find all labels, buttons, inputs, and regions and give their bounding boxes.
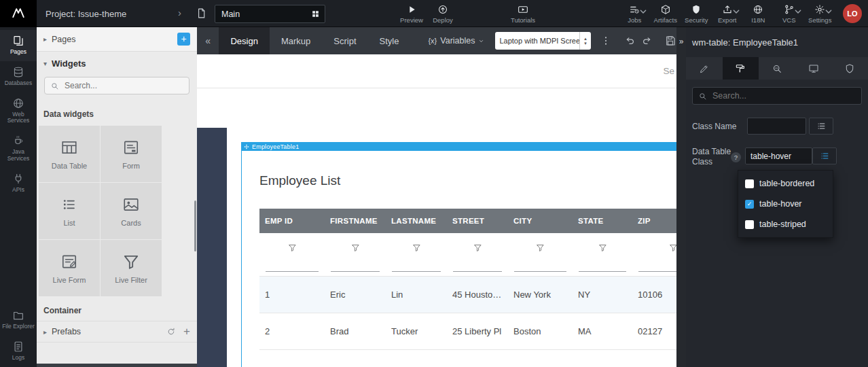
add-prefab-button[interactable]: +: [183, 327, 190, 336]
topbar-action-settings[interactable]: Settings: [805, 0, 836, 27]
live-filter-icon: [122, 253, 140, 270]
topbar-action-i18n[interactable]: I18N: [743, 0, 774, 27]
class-name-picker-button[interactable]: [809, 118, 833, 135]
table-filter-row: [259, 233, 676, 276]
table-row[interactable]: 1EricLin45 Housto…New YorkNY10106: [259, 276, 676, 313]
topbar-action-preview[interactable]: Preview: [396, 0, 427, 27]
collapse-right-panel-button[interactable]: »: [676, 37, 686, 46]
data-table-class-input[interactable]: [745, 147, 812, 164]
filter-cell-emp-id: [259, 233, 325, 276]
filter-input-zip[interactable]: [638, 261, 676, 272]
redo-button[interactable]: [641, 35, 653, 47]
help-badge[interactable]: ?: [731, 152, 741, 162]
table-row[interactable]: 2BradTucker25 Liberty PlBostonMA02127: [259, 313, 676, 349]
topbar-action-export[interactable]: Export: [712, 0, 743, 27]
inspector-tab-inspect[interactable]: [759, 57, 795, 80]
widget-card-live-form[interactable]: Live Form: [39, 240, 100, 296]
filter-input-state[interactable]: [579, 261, 626, 272]
table-cell: NY: [573, 276, 632, 313]
rail-item-web-services[interactable]: Web Services: [0, 92, 37, 130]
class-option-table-bordered[interactable]: table-bordered: [738, 173, 833, 194]
widget-card-label: Cards: [121, 219, 141, 227]
topbar-action-deploy[interactable]: Deploy: [427, 0, 458, 27]
widget-card-list[interactable]: List: [39, 183, 100, 239]
column-header-emp-id[interactable]: EMP ID: [259, 209, 325, 233]
user-avatar[interactable]: LO: [843, 4, 862, 23]
topbar-action-jobs[interactable]: Jobs: [619, 0, 651, 27]
property-search-input[interactable]: [711, 90, 856, 101]
rail-item-databases[interactable]: Databases: [0, 61, 37, 92]
pages-section-header[interactable]: ▸ Pages +: [37, 27, 197, 52]
filter-input-lastname[interactable]: [392, 261, 441, 272]
refresh-icon[interactable]: [166, 327, 176, 336]
rail-item-apis[interactable]: APIs: [0, 168, 37, 199]
table-cell: Lin: [386, 276, 447, 313]
class-name-input[interactable]: [747, 118, 806, 135]
filter-input-city[interactable]: [514, 261, 566, 272]
topbar-action-label: Artifacts: [654, 16, 677, 24]
column-header-city[interactable]: CITY: [508, 209, 573, 233]
project-chevron-icon[interactable]: ›: [178, 7, 181, 18]
widget-selection-bar[interactable]: EmployeeTable1: [241, 142, 676, 151]
rail-item-label: Web Services: [1, 111, 36, 125]
column-header-street[interactable]: STREET: [447, 209, 508, 233]
grid-icon[interactable]: [311, 10, 320, 18]
widgets-section-header[interactable]: ▾ Widgets: [37, 52, 197, 75]
inspector-tab-properties[interactable]: [686, 57, 723, 80]
filter-input-street[interactable]: [453, 261, 502, 272]
widget-card-live-filter[interactable]: Live Filter: [101, 240, 162, 296]
widget-card-form[interactable]: Form: [101, 126, 162, 182]
device-select-stepper[interactable]: ▲ ▼: [579, 32, 591, 50]
widget-card-data-table[interactable]: Data Table: [39, 126, 100, 182]
widget-search-input[interactable]: [63, 80, 183, 91]
device-select[interactable]: Laptop with MDPI Screen ▲ ▼: [495, 32, 591, 50]
undo-button[interactable]: [623, 35, 636, 47]
app-logo[interactable]: [0, 0, 37, 27]
topbar-right-actions: JobsArtifactsSecurityExportI18NVCSSettin…: [619, 0, 836, 27]
rail-item-java-services[interactable]: Java Services: [0, 130, 37, 168]
rail-item-file-explorer[interactable]: File Explorer: [0, 304, 37, 336]
add-page-button[interactable]: +: [177, 33, 190, 46]
rail-spacer: [0, 198, 37, 304]
page-select[interactable]: Main: [215, 5, 325, 23]
container-group-title: Container: [37, 296, 197, 321]
more-options-button[interactable]: [600, 35, 611, 46]
topbar-action-artifacts[interactable]: Artifacts: [650, 0, 681, 27]
tab-script[interactable]: Script: [322, 27, 367, 54]
rail-item-logs[interactable]: Logs: [0, 336, 37, 367]
column-header-state[interactable]: STATE: [573, 209, 632, 233]
prefabs-actions: +: [166, 327, 190, 336]
employee-table-widget[interactable]: Employee List EMP IDFIRSTNAMELASTNAMESTR…: [241, 151, 676, 367]
panel-scrollbar[interactable]: [194, 200, 196, 251]
rail-item-label: Java Services: [1, 149, 36, 162]
design-canvas[interactable]: Se EmployeeTable1 Employee List EMP IDFI…: [197, 54, 676, 367]
class-option-table-hover[interactable]: ✓table-hover: [738, 194, 833, 214]
column-header-zip[interactable]: ZIP: [632, 209, 676, 233]
widget-card-cards[interactable]: Cards: [101, 183, 162, 239]
prefabs-section-header[interactable]: ▸ Prefabs +: [37, 321, 197, 343]
topbar-action-security[interactable]: Security: [681, 0, 712, 27]
tab-markup[interactable]: Markup: [270, 27, 322, 54]
inspector-tab-styles[interactable]: [723, 57, 759, 80]
collapse-left-panel-button[interactable]: «: [197, 35, 219, 46]
filter-input-emp-id[interactable]: [266, 261, 319, 272]
filter-input-firstname[interactable]: [331, 261, 380, 272]
topbar-action-tutorials[interactable]: Tutorials: [507, 0, 539, 27]
table-cell: Tucker: [386, 313, 447, 349]
rail-item-pages[interactable]: Pages: [0, 30, 37, 61]
funnel-icon: [351, 243, 360, 252]
inspector-tab-security[interactable]: [831, 57, 868, 80]
inspector-tab-devices[interactable]: [795, 57, 832, 80]
class-option-table-striped[interactable]: table-striped: [738, 214, 833, 234]
filter-cell-zip: [632, 233, 676, 276]
table-cell: 25 Liberty Pl: [447, 313, 508, 349]
column-header-lastname[interactable]: LASTNAME: [386, 209, 447, 233]
column-header-firstname[interactable]: FIRSTNAME: [325, 209, 386, 233]
property-search: [692, 87, 862, 105]
variables-button[interactable]: {x} Variables: [428, 36, 484, 46]
data-table-class-picker-button[interactable]: [812, 147, 837, 164]
save-button[interactable]: [664, 35, 676, 47]
topbar-action-vcs[interactable]: VCS: [774, 0, 805, 27]
tab-design[interactable]: Design: [219, 27, 269, 54]
tab-style[interactable]: Style: [368, 27, 411, 54]
